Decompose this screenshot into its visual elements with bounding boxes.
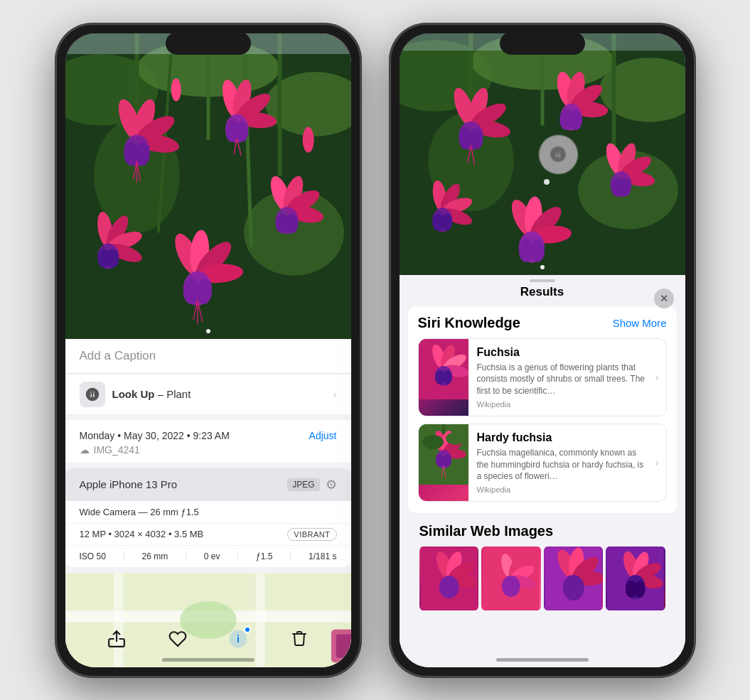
svg-rect-61 bbox=[114, 573, 123, 667]
lookup-label: Look Up – Plant bbox=[112, 388, 191, 400]
siri-section-header: Siri Knowledge Show More bbox=[418, 315, 667, 331]
gear-icon[interactable]: ⚙ bbox=[326, 477, 337, 492]
results-panel: Results ✕ Siri Knowledge Show More bbox=[400, 275, 685, 667]
svg-point-141 bbox=[439, 576, 459, 598]
svg-point-99 bbox=[441, 213, 452, 230]
svg-point-113 bbox=[530, 239, 544, 262]
filename-row: ☁ IMG_4241 bbox=[80, 444, 337, 456]
exif-focal: 26 mm bbox=[141, 551, 168, 561]
caption-area[interactable]: Add a Caption bbox=[65, 339, 351, 374]
format-badge: JPEG bbox=[287, 478, 319, 491]
page-dots bbox=[206, 329, 210, 333]
fuchsia-thumb-img bbox=[419, 339, 468, 416]
siri-section-title: Siri Knowledge bbox=[418, 315, 520, 331]
svg-point-56 bbox=[171, 78, 181, 101]
results-header: Results ✕ bbox=[400, 275, 685, 306]
device-badges: JPEG ⚙ bbox=[287, 477, 336, 492]
share-button[interactable] bbox=[102, 625, 131, 653]
lookup-row[interactable]: Look Up – Plant › bbox=[65, 375, 351, 414]
right-flower-image bbox=[400, 33, 685, 275]
right-screen: Results ✕ Siri Knowledge Show More bbox=[400, 33, 685, 667]
show-more-button[interactable]: Show More bbox=[613, 317, 667, 329]
photo-info[interactable]: Add a Caption Look Up – Plant › bbox=[65, 339, 351, 667]
info-button[interactable]: i bbox=[224, 625, 252, 653]
adjust-button[interactable]: Adjust bbox=[309, 430, 337, 441]
hardy-content: Hardy fuchsia Fuchsia magellanica, commo… bbox=[468, 424, 655, 501]
lookup-chevron-icon: › bbox=[333, 389, 337, 400]
fuchsia-desc: Fuchsia is a genus of flowering plants t… bbox=[477, 362, 647, 397]
similar-img-4[interactable] bbox=[606, 546, 665, 610]
svg-rect-58 bbox=[65, 33, 351, 54]
svg-point-17 bbox=[135, 142, 149, 165]
similar-img-3[interactable] bbox=[544, 546, 604, 610]
exif-shutter: 1/181 s bbox=[309, 551, 336, 561]
hardy-title: Hardy fuchsia bbox=[477, 431, 647, 444]
phones-container: Add a Caption Look Up – Plant › bbox=[55, 23, 695, 677]
photo-display bbox=[65, 33, 351, 339]
svg-point-134 bbox=[422, 435, 444, 449]
visual-lookup-button[interactable] bbox=[538, 134, 577, 173]
delete-button[interactable] bbox=[285, 625, 314, 653]
filename-text: IMG_4241 bbox=[94, 444, 140, 456]
svg-point-83 bbox=[470, 127, 483, 149]
similar-section: Similar Web Images bbox=[408, 513, 677, 616]
device-header: Apple iPhone 13 Pro JPEG ⚙ bbox=[65, 468, 351, 501]
svg-point-92 bbox=[569, 109, 582, 129]
svg-point-106 bbox=[619, 178, 631, 196]
close-icon: ✕ bbox=[660, 293, 668, 304]
exif-row: ISO 50 26 mm 0 ev ƒ1.5 1/181 s bbox=[65, 545, 351, 567]
exif-sep-1 bbox=[124, 551, 124, 561]
flower-image[interactable] bbox=[65, 33, 351, 339]
exif-ev: 0 ev bbox=[204, 551, 220, 561]
fuchsia-content: Fuchsia Fuchsia is a genus of flowering … bbox=[468, 339, 655, 416]
svg-point-122 bbox=[442, 370, 452, 384]
similar-img-2[interactable] bbox=[481, 546, 541, 610]
exif-aperture: ƒ1.5 bbox=[256, 551, 272, 561]
vibrant-badge: VIBRANT bbox=[287, 528, 336, 541]
hardy-thumb bbox=[419, 424, 468, 501]
drag-indicator bbox=[530, 279, 555, 282]
svg-point-82 bbox=[459, 127, 471, 149]
mp-row: 12 MP • 3024 × 4032 • 3.5 MB VIBRANT bbox=[65, 524, 351, 545]
right-page-dots bbox=[540, 265, 545, 269]
results-title: Results bbox=[520, 285, 564, 299]
fuchsia-title: Fuchsia bbox=[477, 346, 647, 359]
hardy-chevron-icon: › bbox=[655, 424, 665, 501]
device-section: Apple iPhone 13 Pro JPEG ⚙ Wide Camera —… bbox=[65, 468, 351, 567]
right-phone: Results ✕ Siri Knowledge Show More bbox=[390, 23, 695, 677]
cloud-icon: ☁ bbox=[80, 444, 90, 456]
right-photo-display bbox=[400, 33, 685, 275]
fuchsia-card[interactable]: Fuchsia Fuchsia is a genus of flowering … bbox=[418, 338, 667, 416]
lookup-dot bbox=[544, 179, 550, 185]
fuchsia-source: Wikipedia bbox=[477, 400, 647, 409]
info-badge bbox=[244, 626, 251, 633]
date-row: Monday • May 30, 2022 • 9:23 AM Adjust bbox=[80, 430, 337, 441]
similar-title: Similar Web Images bbox=[419, 523, 665, 539]
left-phone: Add a Caption Look Up – Plant › bbox=[55, 23, 361, 677]
svg-point-36 bbox=[106, 249, 119, 267]
map-preview[interactable] bbox=[65, 573, 351, 667]
fuchsia-thumb bbox=[419, 339, 468, 416]
caption-placeholder[interactable]: Add a Caption bbox=[80, 349, 156, 362]
svg-point-43 bbox=[285, 213, 298, 233]
close-button[interactable]: ✕ bbox=[654, 289, 674, 308]
svg-point-153 bbox=[562, 575, 584, 601]
favorite-button[interactable] bbox=[164, 625, 192, 653]
svg-rect-114 bbox=[400, 33, 685, 50]
svg-point-135 bbox=[446, 432, 466, 445]
exif-sep-3 bbox=[237, 551, 238, 561]
left-screen: Add a Caption Look Up – Plant › bbox=[65, 33, 351, 667]
similar-img-1[interactable] bbox=[419, 546, 479, 610]
date-info-section: Monday • May 30, 2022 • 9:23 AM Adjust ☁… bbox=[65, 420, 351, 463]
lookup-subject: Plant bbox=[166, 388, 191, 400]
home-bar bbox=[162, 658, 255, 662]
similar-images-row bbox=[419, 546, 665, 610]
svg-rect-62 bbox=[255, 573, 264, 667]
svg-point-147 bbox=[502, 576, 520, 597]
date-text: Monday • May 30, 2022 • 9:23 AM bbox=[80, 430, 230, 441]
hardy-fuchsia-card[interactable]: Hardy fuchsia Fuchsia magellanica, commo… bbox=[418, 424, 667, 502]
exif-sep-4 bbox=[290, 551, 291, 561]
hardy-desc: Fuchsia magellanica, commonly known as t… bbox=[477, 447, 647, 483]
right-page-dot bbox=[540, 265, 545, 269]
hardy-thumb-img bbox=[419, 424, 468, 501]
